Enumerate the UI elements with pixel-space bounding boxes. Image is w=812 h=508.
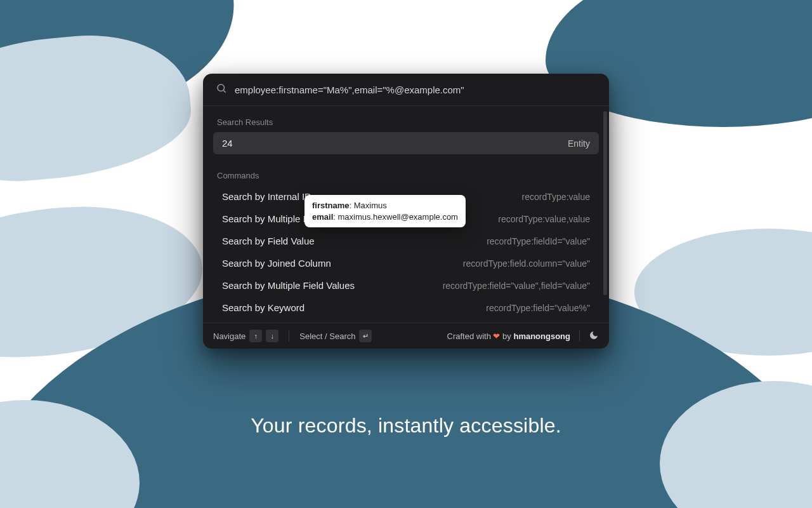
- footer-divider: [289, 330, 289, 342]
- footer-left: Navigate ↑ ↓ Select / Search ↵: [213, 330, 372, 342]
- tagline-text: Your records, instantly accessible.: [0, 414, 812, 438]
- result-id: 24: [222, 138, 233, 149]
- footer-right: Crafted with ❤ by hmanongsong: [447, 330, 599, 342]
- command-syntax: recordType:field.column="value": [463, 258, 590, 269]
- svg-line-1: [223, 90, 225, 92]
- command-name: Search by Multiple Field Values: [222, 280, 355, 291]
- search-icon: [216, 83, 227, 97]
- command-name: Search by Joined Column: [222, 258, 331, 269]
- command-syntax: recordType:fieldId="value": [487, 236, 590, 246]
- tooltip-firstname-value: : Maximus: [350, 201, 387, 210]
- result-tooltip: firstname: Maximus email: maximus.hexwel…: [304, 195, 466, 227]
- commands-section: Commands Search by Internal ID recordTyp…: [209, 168, 603, 319]
- command-palette: Search Results 24 Entity firstname: Maxi…: [203, 74, 609, 349]
- credit-prefix: Crafted with: [447, 331, 494, 341]
- search-result-row[interactable]: 24 Entity: [213, 132, 599, 154]
- navigate-hint: Navigate ↑ ↓: [213, 330, 278, 342]
- command-syntax: recordType:field="value%": [486, 303, 590, 313]
- select-label: Select / Search: [299, 331, 355, 341]
- command-search-by-multiple-field-values[interactable]: Search by Multiple Field Values recordTy…: [209, 274, 603, 297]
- command-syntax: recordType:value,value: [498, 214, 590, 224]
- navigate-label: Navigate: [213, 331, 246, 341]
- theme-toggle[interactable]: [589, 330, 599, 342]
- palette-footer: Navigate ↑ ↓ Select / Search ↵ Crafted w…: [203, 323, 609, 349]
- arrow-up-key-icon: ↑: [249, 330, 262, 342]
- palette-body: Search Results 24 Entity firstname: Maxi…: [203, 106, 609, 323]
- select-hint: Select / Search ↵: [299, 330, 372, 342]
- search-row: [203, 74, 609, 106]
- results-section-label: Search Results: [209, 115, 603, 132]
- tooltip-email-value: : maximus.hexwell@example.com: [333, 212, 458, 222]
- command-name: Search by Internal ID: [222, 191, 311, 202]
- credit-by: by: [500, 331, 513, 341]
- scrollbar[interactable]: [603, 111, 607, 295]
- search-input[interactable]: [235, 84, 596, 95]
- tooltip-firstname-label: firstname: [312, 201, 350, 210]
- command-name: Search by Field Value: [222, 236, 315, 246]
- heart-icon: ❤: [493, 331, 500, 341]
- commands-section-label: Commands: [209, 168, 603, 185]
- credit-author: hmanongsong: [513, 331, 570, 341]
- svg-point-0: [218, 84, 225, 91]
- command-syntax: recordType:value: [522, 192, 590, 202]
- command-search-by-keyword[interactable]: Search by Keyword recordType:field="valu…: [209, 297, 603, 319]
- command-name: Search by Keyword: [222, 302, 304, 313]
- command-search-by-field-value[interactable]: Search by Field Value recordType:fieldId…: [209, 230, 603, 252]
- arrow-down-key-icon: ↓: [266, 330, 278, 342]
- credit-text: Crafted with ❤ by hmanongsong: [447, 331, 571, 341]
- command-search-by-joined-column[interactable]: Search by Joined Column recordType:field…: [209, 252, 603, 274]
- tooltip-email-label: email: [312, 212, 333, 222]
- result-type: Entity: [568, 138, 590, 149]
- command-syntax: recordType:field="value",field="value": [443, 281, 590, 291]
- footer-divider: [579, 330, 580, 342]
- enter-key-icon: ↵: [359, 330, 372, 342]
